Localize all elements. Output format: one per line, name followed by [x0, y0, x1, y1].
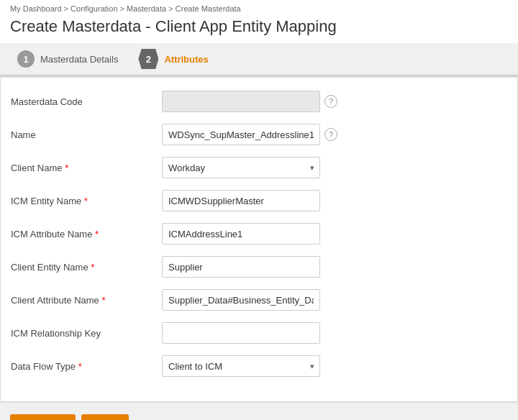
form-row-data-flow-type: Data Flow Type * Client to ICMICM to Cli… [11, 355, 507, 377]
input-icm-attribute-name[interactable] [162, 223, 320, 245]
top-bar: My Dashboard > Configuration > Masterdat… [0, 0, 518, 77]
footer-buttons: Previous Save [0, 402, 518, 420]
input-client-attribute-name[interactable] [162, 289, 320, 311]
form-row-icm-attribute-name: ICM Attribute Name * [11, 223, 507, 245]
input-masterdata-code[interactable] [162, 91, 320, 112]
input-name[interactable] [162, 124, 320, 145]
help-icon-masterdata-code[interactable]: ? [324, 95, 337, 108]
control-wrap-name: ? [162, 124, 507, 145]
tab-masterdata-details[interactable]: 1 Masterdata Details [10, 43, 131, 75]
form-row-icm-relationship-key: ICM Relationship Key [11, 322, 507, 344]
select-wrap-data-flow-type: Client to ICMICM to Client ▾ [162, 355, 320, 377]
tab2-arrow: 2 [138, 49, 158, 69]
save-button[interactable]: Save [81, 414, 129, 420]
tabs-container: 1 Masterdata Details 2 Attributes [0, 43, 518, 76]
form-row-client-name: Client Name * Workday ▾ [11, 157, 507, 178]
tab2-label: Attributes [164, 54, 208, 65]
tab1-number: 1 [17, 50, 35, 68]
control-wrap-icm-attribute-name [162, 223, 507, 245]
control-wrap-client-name: Workday ▾ [162, 157, 507, 178]
control-wrap-masterdata-code: ? [162, 91, 507, 112]
form-row-icm-entity-name: ICM Entity Name * [11, 190, 507, 211]
breadcrumb: My Dashboard > Configuration > Masterdat… [0, 0, 518, 14]
control-wrap-icm-relationship-key [162, 322, 507, 344]
select-wrap-client-name: Workday ▾ [162, 157, 320, 178]
form-row-client-attribute-name: Client Attribute Name * [11, 289, 507, 311]
previous-button[interactable]: Previous [10, 414, 76, 420]
tab1-label: Masterdata Details [40, 54, 118, 65]
label-icm-entity-name: ICM Entity Name * [11, 196, 162, 206]
help-icon-name[interactable]: ? [324, 128, 337, 141]
control-wrap-data-flow-type: Client to ICMICM to Client ▾ [162, 355, 507, 377]
input-icm-entity-name[interactable] [162, 190, 320, 211]
control-wrap-client-entity-name [162, 256, 507, 278]
label-icm-relationship-key: ICM Relationship Key [11, 328, 162, 339]
input-icm-relationship-key[interactable] [162, 322, 320, 344]
input-client-entity-name[interactable] [162, 256, 320, 278]
select-client-name[interactable]: Workday [162, 157, 320, 178]
page-title: Create Masterdata - Client App Entity Ma… [0, 14, 518, 43]
tab-attributes[interactable]: 2 Attributes [131, 43, 221, 75]
form-row-name: Name ? [11, 124, 507, 145]
label-client-name: Client Name * [11, 163, 162, 173]
label-icm-attribute-name: ICM Attribute Name * [11, 229, 162, 239]
control-wrap-client-attribute-name [162, 289, 507, 311]
label-client-attribute-name: Client Attribute Name * [11, 295, 162, 306]
label-client-entity-name: Client Entity Name * [11, 262, 162, 273]
label-masterdata-code: Masterdata Code [11, 96, 162, 107]
label-name: Name [11, 129, 162, 140]
form-row-masterdata-code: Masterdata Code ? [11, 91, 507, 112]
control-wrap-icm-entity-name [162, 190, 507, 211]
form-row-client-entity-name: Client Entity Name * [11, 256, 507, 278]
label-data-flow-type: Data Flow Type * [11, 361, 162, 372]
form-area: Masterdata Code ? Name ? Client Name * W… [0, 77, 518, 402]
select-data-flow-type[interactable]: Client to ICMICM to Client [162, 355, 320, 377]
